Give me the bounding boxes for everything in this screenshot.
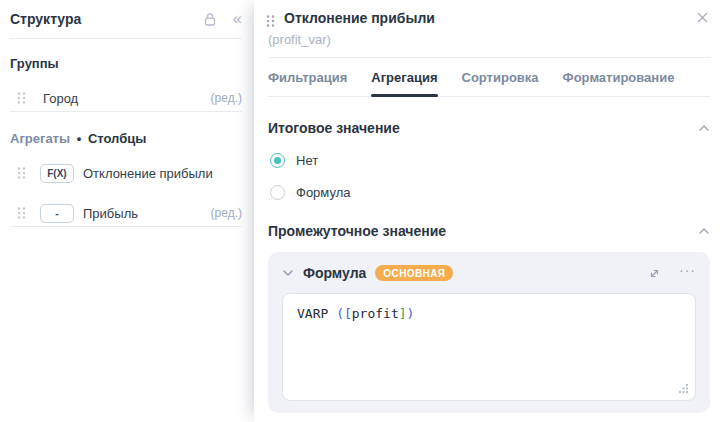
radio-option-formula[interactable]: Формула	[270, 185, 710, 200]
aggregates-columns-heading: Агрегаты • Столбцы	[10, 131, 242, 146]
resize-grip-icon[interactable]	[678, 383, 689, 394]
code-field-name: profit	[352, 306, 399, 321]
structure-panel: Структура « Группы Город (ред.) Агрегаты	[0, 0, 254, 422]
structure-panel-title: Структура	[10, 11, 81, 27]
total-value-section-header: Итоговое значение	[268, 120, 710, 136]
drag-handle-icon[interactable]	[17, 166, 26, 180]
groups-heading: Группы	[10, 56, 242, 71]
intermediate-value-section-header: Промежуточное значение	[268, 223, 710, 239]
structure-panel-header: Структура «	[10, 0, 242, 38]
aggregate-row-label: Отклонение прибыли	[83, 166, 213, 181]
group-edit-link[interactable]: (ред.)	[211, 91, 242, 105]
bullet-separator: •	[77, 131, 82, 146]
divider	[10, 38, 242, 39]
tab-aggregation[interactable]: Агрегация	[371, 70, 437, 96]
formula-card-header: Формула ОСНОВНАЯ ···	[282, 265, 696, 281]
radio-label: Нет	[296, 153, 318, 168]
group-row-city[interactable]: Город (ред.)	[10, 85, 242, 111]
aggregate-row-label: Прибыль	[83, 206, 138, 221]
radio-option-none[interactable]: Нет	[270, 153, 710, 168]
chevron-up-icon[interactable]	[698, 123, 710, 133]
aggregates-label[interactable]: Агрегаты	[10, 131, 70, 146]
code-function: VARP	[297, 306, 336, 321]
chevron-up-icon[interactable]	[698, 226, 710, 236]
lock-icon[interactable]	[203, 12, 217, 27]
field-title: Отклонение прибыли	[284, 10, 435, 26]
code-open-bracket: [	[344, 306, 352, 321]
code-close-paren: )	[407, 306, 415, 321]
radio-button[interactable]	[270, 153, 285, 168]
radio-button[interactable]	[270, 185, 285, 200]
divider	[10, 226, 242, 227]
field-settings-header: Отклонение прибыли	[266, 10, 710, 28]
aggregate-row-profit-deviation[interactable]: F(X) Отклонение прибыли	[10, 160, 242, 186]
aggregate-edit-link[interactable]: (ред.)	[211, 206, 242, 220]
group-row-label: Город	[43, 91, 78, 106]
tab-sorting[interactable]: Сортировка	[462, 70, 539, 96]
chevron-down-icon[interactable]	[282, 268, 294, 278]
drag-handle-icon[interactable]	[266, 14, 275, 28]
intermediate-value-heading: Промежуточное значение	[268, 223, 446, 239]
formula-card-title: Формула	[303, 265, 366, 281]
divider	[10, 111, 242, 112]
code-close-bracket: ]	[399, 306, 407, 321]
field-id-subtitle: (profit_var)	[268, 32, 710, 47]
tab-filtering[interactable]: Фильтрация	[268, 70, 347, 96]
primary-badge: ОСНОВНАЯ	[375, 265, 453, 281]
tab-formatting[interactable]: Форматирование	[563, 70, 675, 96]
radio-label: Формула	[296, 185, 350, 200]
formula-card: Формула ОСНОВНАЯ ··· VARP ([profit])	[268, 252, 710, 413]
formula-type-badge: F(X)	[40, 164, 74, 183]
drag-handle-icon[interactable]	[17, 206, 26, 220]
drag-handle-icon[interactable]	[17, 91, 26, 105]
chevron-double-left-icon[interactable]: «	[233, 10, 242, 29]
code-line: VARP ([profit])	[297, 306, 414, 321]
formula-code-editor[interactable]: VARP ([profit])	[282, 293, 696, 401]
more-menu-icon[interactable]: ···	[679, 267, 696, 280]
field-settings-panel: Отклонение прибыли (profit_var) Фильтрац…	[254, 0, 726, 422]
expand-icon[interactable]	[648, 267, 661, 280]
settings-tabs: Фильтрация Агрегация Сортировка Форматир…	[268, 70, 710, 97]
code-open-paren: (	[336, 306, 344, 321]
aggregate-row-profit[interactable]: - Прибыль (ред.)	[10, 200, 242, 226]
columns-label: Столбцы	[88, 131, 146, 146]
total-value-heading: Итоговое значение	[268, 120, 400, 136]
column-type-badge: -	[40, 204, 74, 223]
divider	[268, 57, 710, 58]
close-icon[interactable]	[695, 10, 710, 25]
